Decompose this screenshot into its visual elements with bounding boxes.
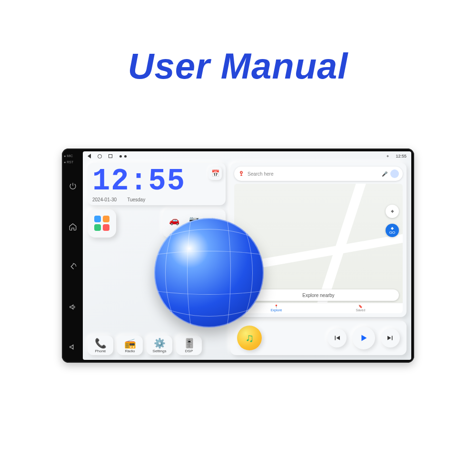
explore-pin-icon: 📍 [274,305,278,308]
map-tabs: 📍 Explore 🔖 Saved [234,303,403,313]
clock-widget[interactable]: 12:55 📅 2024-01-30 Tuesday [88,163,226,205]
side-ports: ● MIC ● RST [64,154,73,164]
rst-port-label: ● RST [64,160,73,164]
send-icon[interactable]: ➤ [206,212,223,229]
status-gps-icon: ⌖ [387,154,389,159]
apps-grid-icon [94,216,109,231]
nav-recent-icon[interactable] [109,154,112,158]
go-button[interactable]: ◆ GO [386,224,399,237]
avatar-icon[interactable] [390,169,399,178]
screen: ⌖ 12:55 12:55 📅 2024-01-30 Tuesday [83,151,411,360]
radio-icon: 📻 [124,338,136,348]
tab-explore[interactable]: 📍 Explore [234,303,318,313]
quick-actions: 🚗 📷 ➤ [163,209,226,238]
status-bar: ⌖ 12:55 [83,151,411,161]
settings-app[interactable]: ⚙️ Settings [147,336,172,355]
phone-icon: 📞 [95,338,107,348]
radio-label: Radio [125,349,135,353]
volume-up-icon[interactable] [69,303,77,313]
calendar-icon[interactable]: 📅 [208,167,222,180]
hardware-button-strip [67,182,79,353]
power-icon[interactable] [69,182,77,192]
explore-nearby-button[interactable]: Explore nearby [238,289,399,301]
search-placeholder: Search here [248,171,379,177]
mic-port-label: ● MIC [64,154,73,158]
google-pin-icon [238,170,245,178]
previous-button[interactable] [327,328,347,347]
phone-label: Phone [95,349,106,353]
map-canvas[interactable]: Google ⌖ ◆ GO Explore nearby [234,184,403,313]
map-widget[interactable]: Search here 🎤 Google ⌖ ◆ GO [230,163,407,317]
go-label: GO [389,230,395,235]
gear-icon: ⚙️ [154,338,166,348]
dsp-label: DSP [185,349,193,353]
crosshair-icon: ⌖ [391,208,394,215]
camera-icon[interactable]: 📷 [186,212,203,229]
music-player: ♫ [230,321,407,355]
tab-saved-label: Saved [356,308,366,312]
device-frame: ● MIC ● RST ⌖ 12:55 12:55 📅 [62,149,414,363]
page-title: User Manual [128,45,348,87]
phone-app[interactable]: 📞 Phone [88,336,113,355]
svg-point-1 [241,172,242,173]
dsp-app[interactable]: 🎚️ DSP [176,336,202,355]
status-clock: 12:55 [396,154,407,159]
tab-explore-label: Explore [271,308,282,312]
nav-more-icon[interactable] [119,155,127,158]
back-icon[interactable] [69,262,77,273]
navigation-icon: ◆ [391,226,394,230]
volume-down-icon[interactable] [69,343,77,353]
nav-home-icon[interactable] [98,154,102,159]
bookmark-icon: 🔖 [358,305,363,308]
settings-label: Settings [153,349,167,353]
tab-saved[interactable]: 🔖 Saved [318,303,403,313]
mic-icon[interactable]: 🎤 [382,171,387,177]
locate-button[interactable]: ⌖ [386,205,399,218]
clock-time: 12:55 [92,166,186,197]
home-icon[interactable] [69,222,77,233]
map-search[interactable]: Search here 🎤 [234,167,403,181]
music-icon[interactable]: ♫ [237,326,262,350]
play-button[interactable] [352,327,375,349]
radio-app[interactable]: 📻 Radio [117,336,143,355]
equalizer-icon: 🎚️ [183,338,195,348]
nav-back-icon[interactable] [88,154,91,159]
next-button[interactable] [381,328,400,347]
explore-label: Explore nearby [302,293,334,298]
apps-button[interactable] [88,209,116,238]
car-icon[interactable]: 🚗 [166,212,183,229]
